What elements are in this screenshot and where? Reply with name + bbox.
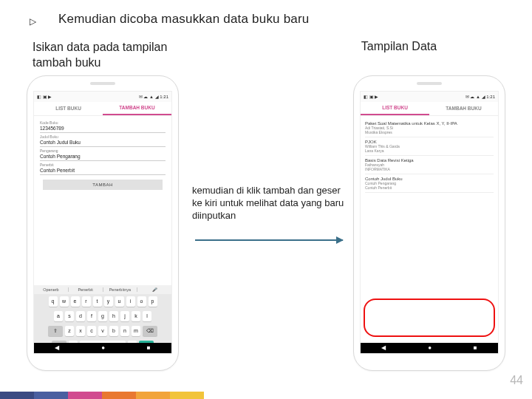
tab-list-buku[interactable]: LIST BUKU	[361, 102, 429, 115]
list-item[interactable]: PJOKWilliam This & GardaLana Karya	[365, 137, 494, 156]
key-f[interactable]: f	[87, 311, 96, 321]
key-b[interactable]: b	[109, 326, 118, 336]
key-z[interactable]: z	[65, 326, 74, 336]
bullet-text: Kemudian dicoba masukkan data buku baru	[58, 12, 310, 27]
input-pengarang[interactable]: Contoh Pengarang	[40, 153, 166, 161]
nav-recent-icon[interactable]: ■	[147, 344, 151, 351]
status-right: ✉ ☁ ▲ ◢ 1:21	[466, 94, 495, 99]
middle-instruction: kemudian di klik tambah dan geser ke kir…	[192, 185, 347, 222]
nav-back-icon[interactable]: ◀	[55, 344, 59, 351]
key-⇧[interactable]: ⇧	[48, 326, 63, 336]
key-l[interactable]: l	[143, 311, 151, 321]
key-r[interactable]: r	[82, 296, 91, 307]
bullet-icon: ▷	[30, 12, 36, 31]
footer-bars	[0, 392, 204, 399]
suggestion[interactable]: Penerbitnya	[103, 287, 138, 292]
key-w[interactable]: w	[60, 296, 69, 307]
key-n[interactable]: n	[120, 326, 129, 336]
status-left: ◧ ▣ ▶	[364, 94, 378, 99]
key-k[interactable]: k	[132, 311, 140, 321]
caption-left: Isikan data pada tampilan tambah buku	[33, 40, 180, 71]
phone-right: ◧ ▣ ▶ ✉ ☁ ▲ ◢ 1:21 LIST BUKU TAMBAH BUKU…	[353, 75, 505, 371]
key-g[interactable]: g	[98, 311, 107, 321]
key-o[interactable]: o	[137, 296, 146, 307]
mic-icon[interactable]: 🎤	[137, 287, 171, 292]
key-⌫[interactable]: ⌫	[143, 326, 157, 336]
status-bar: ◧ ▣ ▶ ✉ ☁ ▲ ◢ 1:21	[34, 92, 171, 102]
suggestion[interactable]: Penerbit	[69, 287, 103, 292]
input-judul[interactable]: Contoh Judul Buku	[40, 139, 166, 147]
key-d[interactable]: d	[76, 311, 85, 321]
key-t[interactable]: t	[93, 296, 102, 307]
key-y[interactable]: y	[104, 296, 113, 307]
caption-right: Tampilan Data	[325, 40, 473, 71]
key-j[interactable]: j	[120, 311, 129, 321]
status-right: ✉ ☁ ▲ ◢ 1:21	[139, 94, 168, 99]
key-u[interactable]: u	[115, 296, 124, 307]
key-i[interactable]: i	[126, 296, 135, 307]
input-kode[interactable]: 123456789	[40, 125, 166, 133]
list-item[interactable]: Contoh Judul BukuContoh PengarangContoh …	[365, 174, 494, 193]
key-e[interactable]: e	[71, 296, 80, 307]
key-x[interactable]: x	[76, 326, 85, 336]
nav-home-icon[interactable]: ●	[101, 344, 105, 351]
key-v[interactable]: v	[98, 326, 107, 336]
tab-tambah-buku[interactable]: TAMBAH BUKU	[429, 102, 498, 115]
list-item[interactable]: Paket Soal Matematika untuk Kelas X, Y, …	[365, 119, 494, 137]
speaker	[90, 82, 115, 85]
suggestion[interactable]: Openerb	[34, 287, 69, 292]
status-bar: ◧ ▣ ▶ ✉ ☁ ▲ ◢ 1:21	[361, 92, 498, 102]
key-h[interactable]: h	[109, 311, 118, 321]
key-p[interactable]: p	[149, 296, 157, 307]
nav-back-icon[interactable]: ◀	[381, 344, 386, 351]
key-s[interactable]: s	[65, 311, 74, 321]
phone-left: ◧ ▣ ▶ ✉ ☁ ▲ ◢ 1:21 LIST BUKU TAMBAH BUKU…	[27, 75, 179, 371]
nav-home-icon[interactable]: ●	[428, 344, 432, 351]
keyboard: Openerb Penerbit Penerbitnya 🎤 qwertyuio…	[34, 285, 171, 353]
key-q[interactable]: q	[49, 296, 58, 307]
tab-tambah-buku[interactable]: TAMBAH BUKU	[103, 102, 171, 115]
key-c[interactable]: c	[87, 326, 96, 336]
key-m[interactable]: m	[132, 326, 140, 336]
highlight-box	[364, 299, 495, 337]
page-number: 44	[510, 374, 523, 387]
speaker	[417, 82, 442, 85]
status-left: ◧ ▣ ▶	[37, 94, 52, 99]
arrow-icon	[195, 239, 343, 241]
nav-recent-icon[interactable]: ■	[474, 344, 477, 351]
list-item[interactable]: Basis Data Revisi KetigaFathansyahINFORM…	[365, 156, 494, 174]
input-penerbit[interactable]: Contoh Penerbit	[40, 167, 166, 175]
tab-list-buku[interactable]: LIST BUKU	[34, 102, 103, 115]
key-a[interactable]: a	[54, 311, 63, 321]
tambah-button[interactable]: TAMBAH	[43, 180, 163, 190]
